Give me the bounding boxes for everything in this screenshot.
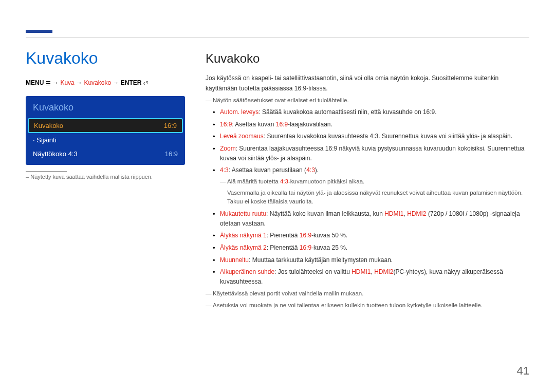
option-autom-leveys: Autom. leveys: Säätää kuvakokoa automaat… bbox=[220, 107, 529, 117]
option-text: -kuvaa 50 %. bbox=[311, 232, 347, 239]
note-settings-save: Asetuksia voi muokata ja ne voi tallenta… bbox=[206, 301, 529, 310]
right-title: Kuvakoko bbox=[206, 49, 529, 68]
intro-paragraph: Jos käytössä on kaapeli- tai satelliitti… bbox=[206, 73, 529, 93]
option-alykas-nakyma-1: Älykäs näkymä 1: Pienentää 16:9-kuvaa 50… bbox=[220, 231, 529, 240]
option-4-3: 4:3: Asettaa kuvan perustilaan (4:3). Äl… bbox=[220, 165, 529, 207]
osd-row-sijainti[interactable]: · Sijainti bbox=[26, 133, 185, 147]
bc-arrow: → bbox=[52, 79, 60, 86]
osd-row-label: Kuvakoko bbox=[34, 122, 63, 129]
option-text: : Asettaa kuvan perustilaan ( bbox=[229, 166, 306, 174]
note-4-3-caution: Älä määritä tuotetta 4:3-kuvamuotoon pit… bbox=[220, 177, 529, 186]
note-text: Älä määritä tuotetta bbox=[227, 178, 280, 184]
option-list: Autom. leveys: Säätää kuvakokoa automaat… bbox=[206, 107, 529, 286]
page-number: 41 bbox=[517, 364, 529, 378]
osd-row-label: · Sijainti bbox=[33, 136, 57, 144]
bc-menu-label: MENU bbox=[26, 79, 44, 86]
osd-row-value: 16:9 bbox=[165, 150, 178, 158]
left-column: Kuvakoko MENU ☰ → Kuva → Kuvakoko → ENTE… bbox=[26, 49, 185, 312]
option-label: Alkuperäinen suhde bbox=[220, 268, 274, 275]
option-text: : Pienentää bbox=[267, 244, 300, 251]
option-label: 4:3 bbox=[220, 166, 229, 174]
option-text: -kuvaa 25 %. bbox=[311, 244, 347, 251]
option-kw: HDMI1 bbox=[384, 210, 403, 217]
option-label: 16:9 bbox=[220, 121, 232, 128]
osd-menu-title: Kuvakoko bbox=[26, 101, 185, 118]
option-kw: HDMI1 bbox=[351, 268, 371, 275]
note-text: -kuvamuotoon pitkäksi aikaa. bbox=[288, 178, 364, 184]
bc-arrow: → bbox=[76, 79, 84, 86]
option-kw: 16:9 bbox=[276, 121, 288, 128]
option-label: Autom. leveys bbox=[220, 108, 258, 116]
option-kw: 16:9 bbox=[300, 244, 311, 251]
osd-row-kuvakoko[interactable]: Kuvakoko 16:9 bbox=[28, 118, 183, 133]
note-4-3-burn: Vasemmalla ja oikealla tai näytön ylä- j… bbox=[220, 189, 529, 207]
content-area: Kuvakoko MENU ☰ → Kuva → Kuvakoko → ENTE… bbox=[26, 0, 529, 312]
option-label: Muunneltu bbox=[220, 256, 249, 264]
option-label: Älykäs näkymä 2 bbox=[220, 244, 267, 251]
right-column: Kuvakoko Jos käytössä on kaapeli- tai sa… bbox=[206, 49, 529, 312]
osd-row-nayttokoko[interactable]: Näyttökoko 4:3 16:9 bbox=[26, 147, 185, 161]
bc-enter-label: ENTER bbox=[121, 79, 142, 86]
option-16-9: 16:9: Asettaa kuvan 16:9-laajakuvatilaan… bbox=[220, 120, 529, 129]
bc-part-kuvakoko: Kuvakoko bbox=[84, 79, 111, 86]
option-text: : Jos tulolähteeksi on valittu bbox=[274, 268, 351, 275]
osd-row-value: 16:9 bbox=[164, 122, 177, 129]
option-text: ). bbox=[315, 166, 319, 174]
option-alkuperainen-suhde: Alkuperäinen suhde: Jos tulolähteeksi on… bbox=[220, 267, 529, 286]
note-display-settings: Näytön säätöasetukset ovat erilaiset eri… bbox=[206, 96, 529, 105]
option-alykas-nakyma-2: Älykäs näkymä 2: Pienentää 16:9-kuvaa 25… bbox=[220, 243, 529, 253]
option-text: : Näyttää koko kuvan ilman leikkausta, k… bbox=[266, 210, 384, 217]
option-muunneltu: Muunneltu: Muuttaa tarkkuutta käyttäjän … bbox=[220, 255, 529, 265]
option-label: Älykäs näkymä 1 bbox=[220, 232, 267, 239]
page-container: Kuvakoko MENU ☰ → Kuva → Kuvakoko → ENTE… bbox=[0, 0, 555, 392]
option-text: : Suurentaa laajakuvasuhteessa 16:9 näky… bbox=[220, 145, 524, 162]
option-text: : Muuttaa tarkkuutta käyttäjän mieltymys… bbox=[249, 256, 393, 264]
option-text: -laajakuvatilaan. bbox=[288, 121, 332, 128]
menu-icon: ☰ bbox=[46, 80, 51, 87]
option-text: : Säätää kuvakokoa automaattisesti niin,… bbox=[258, 108, 436, 116]
accent-bar bbox=[26, 30, 52, 33]
option-label: Leveä zoomaus bbox=[220, 133, 264, 140]
bc-arrow: → bbox=[113, 79, 120, 86]
option-kw: HDMI2 bbox=[374, 268, 393, 275]
option-kw: 16:9 bbox=[300, 232, 311, 239]
option-text: : Pienentää bbox=[267, 232, 300, 239]
option-levea-zoomaus: Leveä zoomaus: Suurentaa kuvakokoa kuvas… bbox=[220, 132, 529, 141]
osd-menu-box: Kuvakoko Kuvakoko 16:9 · Sijainti Näyttö… bbox=[26, 96, 185, 165]
note-ports-vary: Käytettävissä olevat portit voivat vaihd… bbox=[206, 289, 529, 298]
note-kw: 4:3 bbox=[280, 178, 288, 184]
breadcrumb: MENU ☰ → Kuva → Kuvakoko → ENTER ⏎ bbox=[26, 79, 185, 87]
option-label: Zoom bbox=[220, 145, 236, 152]
left-footnote: – Näytetty kuva saattaa vaihdella mallis… bbox=[26, 174, 185, 180]
top-divider bbox=[26, 37, 529, 38]
option-mukautettu-ruutu: Mukautettu ruutu: Näyttää koko kuvan ilm… bbox=[220, 209, 529, 228]
option-kw: HDMI2 bbox=[407, 210, 426, 217]
footnote-divider bbox=[26, 171, 67, 172]
left-title: Kuvakoko bbox=[26, 49, 185, 68]
bc-part-kuva: Kuva bbox=[60, 79, 74, 86]
enter-icon: ⏎ bbox=[143, 80, 148, 87]
osd-row-label: Näyttökoko 4:3 bbox=[33, 150, 78, 158]
footnote-text: Näytetty kuva saattaa vaihdella mallista… bbox=[30, 174, 153, 180]
option-zoom: Zoom: Suurentaa laajakuvasuhteessa 16:9 … bbox=[220, 144, 529, 163]
option-text: : Asettaa kuvan bbox=[232, 121, 275, 128]
option-kw: 4:3 bbox=[306, 166, 315, 174]
option-label: Mukautettu ruutu bbox=[220, 210, 266, 217]
option-text: : Suurentaa kuvakokoa kuvasuhteesta 4:3.… bbox=[264, 133, 512, 140]
